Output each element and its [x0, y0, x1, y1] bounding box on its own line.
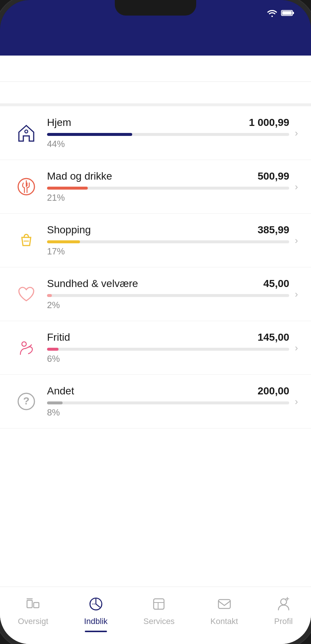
- category-percent: 2%: [47, 300, 289, 310]
- app-header: [0, 22, 311, 56]
- category-icon-home: [13, 120, 40, 146]
- category-amount: 385,99: [258, 224, 290, 236]
- category-icon-health: [13, 281, 40, 307]
- svg-rect-17: [218, 600, 230, 608]
- progress-bar-fill: [47, 133, 132, 136]
- categories-list: Hjem 1 000,99 44% › Mad og drikke: [0, 106, 311, 587]
- chevron-right-icon: ›: [295, 235, 298, 246]
- svg-rect-10: [34, 603, 39, 608]
- category-percent: 8%: [47, 407, 289, 418]
- progress-bar-container: [47, 133, 289, 136]
- status-icons: [267, 9, 294, 19]
- nav-label-services: Services: [143, 617, 174, 626]
- category-percent: 21%: [47, 193, 289, 203]
- chevron-right-icon: ›: [295, 342, 298, 354]
- category-name: Mad og drikke: [47, 170, 112, 182]
- chevron-right-icon: ›: [295, 288, 298, 300]
- category-details: Hjem 1 000,99 44%: [47, 117, 289, 149]
- chevron-right-icon: ›: [295, 127, 298, 139]
- chevron-right-icon: ›: [295, 181, 298, 193]
- category-details: Sundhed & velvære 45,00 2%: [47, 278, 289, 310]
- nav-icon-indblik: [86, 594, 106, 614]
- category-name: Sundhed & velvære: [47, 278, 138, 290]
- month-navigation: [0, 56, 311, 82]
- category-amount: 45,00: [263, 278, 289, 290]
- bottom-navigation: Oversigt Indblik Services Kontakt: [0, 587, 311, 644]
- nav-item-kontakt[interactable]: Kontakt: [205, 594, 244, 626]
- chevron-right-icon: ›: [295, 396, 298, 407]
- category-details: Shopping 385,99 17%: [47, 224, 289, 257]
- category-percent: 6%: [47, 354, 289, 364]
- svg-rect-9: [27, 600, 32, 608]
- nav-label-kontakt: Kontakt: [210, 617, 238, 626]
- category-amount: 1 000,99: [249, 117, 289, 129]
- svg-point-6: [22, 342, 26, 346]
- category-details: Fritid 145,00 6%: [47, 331, 289, 364]
- svg-rect-2: [292, 12, 294, 14]
- category-item-home[interactable]: Hjem 1 000,99 44% ›: [0, 106, 311, 160]
- nav-label-indblik: Indblik: [84, 617, 108, 626]
- progress-bar-container: [47, 294, 289, 297]
- category-name: Hjem: [47, 117, 71, 129]
- nav-label-profil: Profil: [274, 617, 293, 626]
- svg-point-3: [25, 130, 28, 133]
- category-item-food[interactable]: Mad og drikke 500,99 21% ›: [0, 160, 311, 214]
- phone-frame: Hjem 1 000,99 44% › Mad og drikke: [0, 0, 311, 644]
- progress-bar-container: [47, 187, 289, 190]
- progress-bar-container: [47, 348, 289, 351]
- category-name: Fritid: [47, 331, 70, 343]
- category-amount: 500,99: [258, 170, 290, 182]
- category-item-health[interactable]: Sundhed & velvære 45,00 2% ›: [0, 267, 311, 321]
- nav-icon-services: [149, 594, 168, 614]
- category-icon-other: ?: [13, 388, 40, 415]
- category-icon-leisure: [13, 334, 40, 361]
- progress-bar-fill: [47, 187, 88, 190]
- main-content: Hjem 1 000,99 44% › Mad og drikke: [0, 56, 311, 644]
- nav-label-oversigt: Oversigt: [18, 617, 48, 626]
- nav-item-services[interactable]: Services: [138, 594, 180, 626]
- prev-month-button[interactable]: [15, 67, 22, 70]
- total-section: [0, 82, 311, 106]
- progress-bar-fill: [47, 401, 63, 404]
- progress-bar-fill: [47, 240, 80, 243]
- category-name: Shopping: [47, 224, 91, 236]
- svg-point-18: [281, 599, 287, 605]
- next-month-button[interactable]: [289, 67, 296, 70]
- svg-text:?: ?: [23, 395, 29, 407]
- category-item-leisure[interactable]: Fritid 145,00 6% ›: [0, 321, 311, 375]
- category-amount: 145,00: [258, 331, 290, 343]
- category-icon-shopping: [13, 227, 40, 254]
- category-percent: 44%: [47, 139, 289, 149]
- nav-icon-oversigt: [23, 594, 43, 614]
- category-percent: 17%: [47, 246, 289, 257]
- nav-icon-kontakt: [215, 594, 234, 614]
- nav-item-oversigt[interactable]: Oversigt: [12, 594, 54, 626]
- category-details: Andet 200,00 8%: [47, 385, 289, 418]
- category-item-other[interactable]: ? Andet 200,00 8% ›: [0, 375, 311, 428]
- progress-bar-fill: [47, 348, 58, 351]
- progress-bar-container: [47, 240, 289, 243]
- svg-rect-14: [154, 599, 164, 609]
- notch: [115, 0, 196, 16]
- category-amount: 200,00: [258, 385, 290, 397]
- wifi-icon: [267, 9, 277, 19]
- svg-rect-1: [282, 11, 292, 15]
- category-icon-food: [13, 173, 40, 200]
- nav-item-indblik[interactable]: Indblik: [78, 594, 113, 632]
- progress-bar-fill: [47, 294, 52, 297]
- category-details: Mad og drikke 500,99 21%: [47, 170, 289, 203]
- nav-icon-profil: [274, 594, 293, 614]
- battery-icon: [281, 9, 294, 19]
- category-item-shopping[interactable]: Shopping 385,99 17% ›: [0, 214, 311, 267]
- progress-bar-container: [47, 401, 289, 404]
- category-name: Andet: [47, 385, 74, 397]
- nav-item-profil[interactable]: Profil: [268, 594, 299, 626]
